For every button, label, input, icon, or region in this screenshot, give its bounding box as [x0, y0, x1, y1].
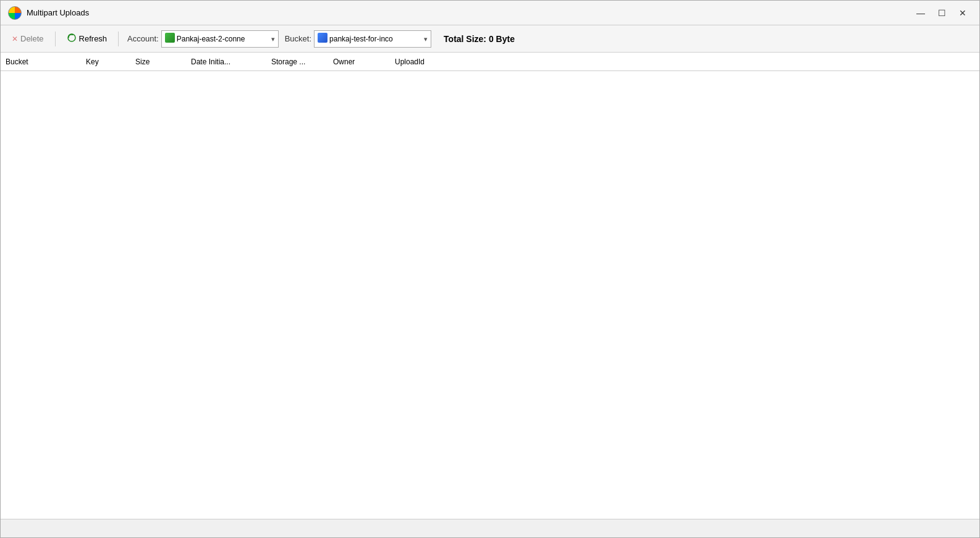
maximize-button[interactable]: ☐: [932, 4, 951, 22]
refresh-icon: [67, 33, 77, 45]
account-select-container: Pankaj-east-2-conne: [161, 30, 279, 48]
close-button[interactable]: ✕: [953, 4, 972, 22]
window-controls: — ☐ ✕: [911, 4, 972, 22]
table-body: [1, 71, 979, 519]
delete-label: Delete: [20, 34, 44, 43]
table-header: Bucket Key Size Date Initia... Storage .…: [1, 53, 979, 71]
toolbar-separator-2: [118, 32, 119, 46]
column-header-uploadid[interactable]: UploadId: [395, 58, 974, 66]
account-select[interactable]: Pankaj-east-2-conne: [161, 30, 279, 48]
toolbar: ✕ Delete Refresh Account: Panka: [1, 25, 979, 53]
window-title: Multipart Uploads: [27, 8, 911, 17]
status-bar: [1, 519, 979, 537]
column-header-date[interactable]: Date Initia...: [191, 58, 271, 66]
bucket-label: Bucket:: [285, 34, 311, 43]
delete-icon: ✕: [12, 35, 18, 43]
refresh-label: Refresh: [79, 34, 108, 43]
refresh-button[interactable]: Refresh: [61, 30, 114, 48]
app-icon: [8, 6, 22, 20]
bucket-select-container: pankaj-test-for-inco: [314, 30, 431, 48]
column-header-key[interactable]: Key: [86, 58, 135, 66]
column-header-size[interactable]: Size: [135, 58, 191, 66]
toolbar-separator-1: [55, 32, 56, 46]
minimize-button[interactable]: —: [911, 4, 930, 22]
main-window: Multipart Uploads — ☐ ✕ ✕ Delete Refresh: [0, 0, 980, 538]
column-header-storage[interactable]: Storage ...: [271, 58, 333, 66]
title-bar: Multipart Uploads — ☐ ✕: [1, 1, 979, 25]
total-size-label: Total Size: 0 Byte: [444, 34, 515, 44]
column-header-owner[interactable]: Owner: [333, 58, 395, 66]
account-label: Account:: [127, 34, 159, 43]
delete-button[interactable]: ✕ Delete: [6, 30, 50, 48]
column-header-bucket[interactable]: Bucket: [6, 58, 86, 66]
bucket-select[interactable]: pankaj-test-for-inco: [314, 30, 431, 48]
